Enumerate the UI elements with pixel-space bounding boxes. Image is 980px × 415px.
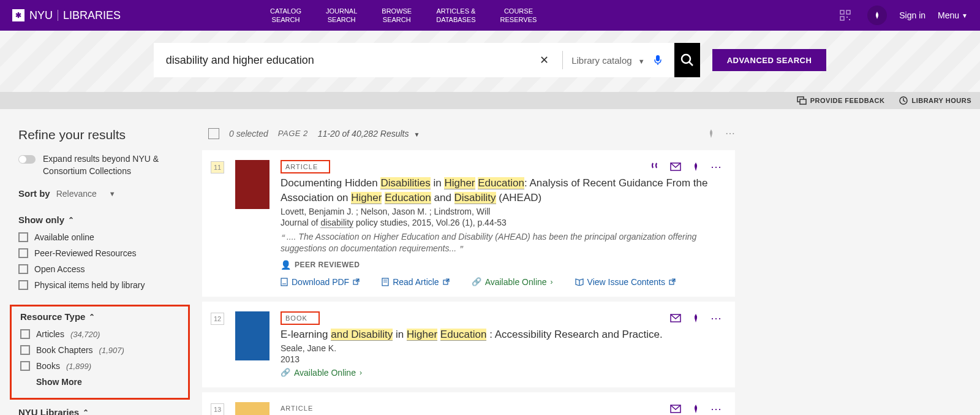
facet-item[interactable]: Articles (34,720) bbox=[20, 329, 184, 339]
pin-icon[interactable] bbox=[692, 162, 699, 172]
result-card-actions: ⋯ bbox=[650, 160, 723, 173]
svg-line-8 bbox=[689, 62, 693, 66]
result-snippet: ❝ .... The Association on Higher Educati… bbox=[281, 231, 723, 255]
svg-rect-4 bbox=[849, 19, 850, 20]
sort-row[interactable]: Sort by Relevance ▼ bbox=[18, 188, 190, 199]
pin-all-icon[interactable] bbox=[707, 129, 715, 139]
checkbox[interactable] bbox=[18, 232, 28, 242]
selected-count: 0 selected bbox=[229, 129, 268, 139]
more-options-icon[interactable]: ⋯ bbox=[725, 128, 735, 139]
dots-icon[interactable]: ⋯ bbox=[710, 160, 723, 173]
result-card: 13ARTICLEACADEMIC ABLEISM: DISABILITY AN… bbox=[202, 392, 735, 415]
checkbox[interactable] bbox=[20, 361, 30, 371]
mail-icon[interactable] bbox=[670, 405, 681, 413]
nav-link[interactable]: BROWSESEARCH bbox=[382, 7, 412, 25]
facet-item[interactable]: Book Chapters (1,907) bbox=[20, 345, 184, 355]
result-thumbnail[interactable] bbox=[235, 160, 270, 209]
checkbox[interactable] bbox=[20, 345, 30, 355]
search-button[interactable] bbox=[674, 43, 700, 77]
qr-icon[interactable] bbox=[835, 6, 855, 25]
dots-icon[interactable]: ⋯ bbox=[710, 402, 723, 415]
dots-icon[interactable]: ⋯ bbox=[710, 311, 723, 325]
expand-label: Expand results beyond NYU & Consortium C… bbox=[43, 153, 190, 177]
pin-icon[interactable] bbox=[692, 313, 699, 323]
link-icon: 🔗 bbox=[472, 277, 481, 286]
peer-icon: 👤 bbox=[281, 260, 291, 270]
svg-rect-10 bbox=[800, 99, 806, 104]
facet-item[interactable]: Open Access bbox=[18, 264, 190, 274]
pdf-icon bbox=[281, 278, 288, 286]
chevron-down-icon: ▼ bbox=[413, 131, 420, 138]
result-action-link[interactable]: Read Article bbox=[382, 277, 449, 287]
result-card: 11ARTICLEDocumenting Hidden Disabilities… bbox=[202, 150, 735, 297]
result-action-link[interactable]: Download PDF bbox=[281, 277, 360, 287]
search-scope-dropdown[interactable]: Library catalog ▼ bbox=[571, 55, 644, 66]
chevron-up-icon: ⌃ bbox=[89, 313, 95, 321]
checkbox[interactable] bbox=[18, 280, 28, 290]
result-title[interactable]: Documenting Hidden Disabilities in Highe… bbox=[281, 176, 723, 205]
result-action-link[interactable]: View Issue Contents bbox=[575, 277, 676, 287]
checkbox[interactable] bbox=[18, 264, 28, 274]
clear-search-icon[interactable]: ✕ bbox=[535, 53, 554, 67]
mail-icon[interactable] bbox=[670, 314, 681, 322]
result-actions: Download PDF Read Article 🔗 Available On… bbox=[281, 277, 723, 287]
svg-rect-12 bbox=[281, 278, 287, 286]
chevron-down-icon: ▼ bbox=[638, 58, 645, 65]
primary-nav: CATALOGSEARCHJOURNALSEARCHBROWSESEARCHAR… bbox=[270, 7, 537, 25]
expand-toggle[interactable] bbox=[18, 155, 36, 164]
svg-point-7 bbox=[682, 55, 690, 63]
menu-dropdown[interactable]: Menu ▼ bbox=[938, 10, 968, 20]
nav-link[interactable]: ARTICLES &DATABASES bbox=[436, 7, 475, 25]
site-logo[interactable]: ✱ NYU LIBRARIES bbox=[12, 9, 121, 22]
facet-nyu-libraries-toggle[interactable]: NYU Libraries ⌃ bbox=[18, 407, 190, 415]
facet-item[interactable]: Peer-Reviewed Resources bbox=[18, 248, 190, 258]
book-icon bbox=[575, 278, 584, 286]
search-box: ✕ Library catalog ▼ bbox=[154, 43, 674, 77]
cite-icon[interactable] bbox=[650, 162, 659, 172]
nav-link[interactable]: COURSERESERVES bbox=[500, 7, 537, 25]
result-authors: Lovett, Benjamin J. ; Nelson, Jason M. ;… bbox=[281, 207, 723, 216]
facet-item[interactable]: Books (1,899) bbox=[20, 361, 184, 371]
nav-link[interactable]: CATALOGSEARCH bbox=[270, 7, 301, 25]
result-thumbnail[interactable] bbox=[235, 311, 270, 360]
result-authors: Seale, Jane K. bbox=[281, 343, 723, 353]
result-number: 11 bbox=[211, 161, 224, 173]
chevron-up-icon: ⌃ bbox=[68, 216, 74, 224]
show-more-link[interactable]: Show More bbox=[36, 377, 184, 387]
result-action-link[interactable]: 🔗 Available Online › bbox=[472, 277, 553, 287]
logo-icon: ✱ bbox=[12, 9, 24, 21]
result-thumbnail[interactable] bbox=[235, 402, 270, 415]
result-actions: 🔗 Available Online › bbox=[281, 368, 723, 378]
scope-divider bbox=[562, 51, 563, 69]
logo-text-libraries: LIBRARIES bbox=[63, 9, 121, 22]
checkbox[interactable] bbox=[18, 248, 28, 258]
result-source: Journal of disability policy studies, 20… bbox=[281, 218, 723, 227]
facet-show-only-toggle[interactable]: Show only ⌃ bbox=[18, 215, 190, 225]
refine-sidebar: Refine your results Expand results beyon… bbox=[18, 128, 190, 415]
pin-icon[interactable] bbox=[692, 404, 699, 414]
checkbox[interactable] bbox=[20, 329, 30, 339]
provide-feedback-link[interactable]: PROVIDE FEEDBACK bbox=[797, 96, 885, 105]
result-action-link[interactable]: 🔗 Available Online › bbox=[281, 368, 362, 378]
pin-icon[interactable] bbox=[867, 6, 887, 25]
doc-icon bbox=[382, 278, 389, 286]
search-input[interactable] bbox=[166, 54, 535, 67]
nav-link[interactable]: JOURNALSEARCH bbox=[326, 7, 357, 25]
signin-link[interactable]: Sign in bbox=[899, 10, 925, 20]
search-section: ✕ Library catalog ▼ ADVANCED SEARCH bbox=[0, 31, 980, 92]
topbar-right: Sign in Menu ▼ bbox=[835, 6, 968, 25]
select-all-checkbox[interactable] bbox=[208, 128, 219, 139]
result-source: 2013 bbox=[281, 354, 723, 364]
facet-item[interactable]: Physical items held by library bbox=[18, 280, 190, 290]
mail-icon[interactable] bbox=[670, 162, 681, 171]
svg-rect-2 bbox=[840, 17, 844, 20]
result-title[interactable]: E-learning and Disability in Higher Educ… bbox=[281, 327, 723, 342]
facet-resource-type-toggle[interactable]: Resource Type ⌃ bbox=[20, 311, 184, 322]
library-hours-link[interactable]: LIBRARY HOURS bbox=[899, 96, 971, 105]
facet-item[interactable]: Available online bbox=[18, 232, 190, 242]
mic-icon[interactable] bbox=[654, 55, 662, 66]
page-indicator: PAGE 2 bbox=[278, 129, 308, 138]
chevron-down-icon: ▼ bbox=[109, 190, 116, 197]
utility-bar: PROVIDE FEEDBACK LIBRARY HOURS bbox=[0, 92, 980, 109]
advanced-search-button[interactable]: ADVANCED SEARCH bbox=[712, 49, 827, 71]
